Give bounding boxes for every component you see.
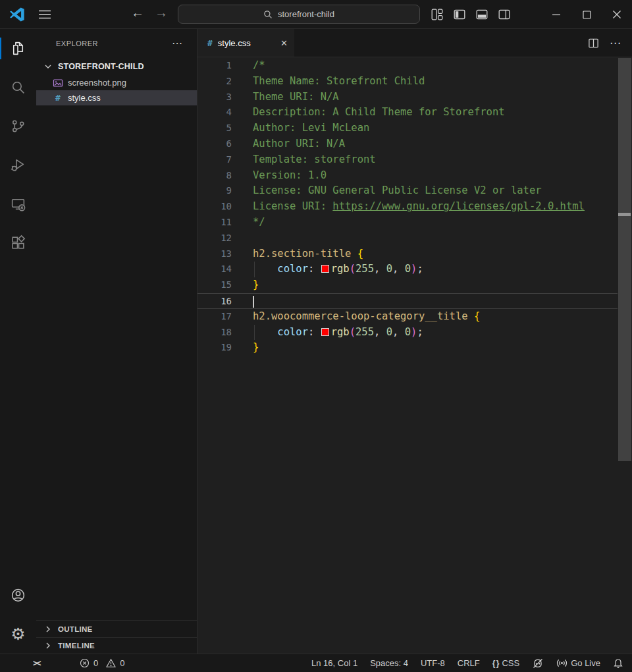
scrollbar-slider[interactable]: [618, 58, 631, 461]
tab-style-css[interactable]: # style.css ✕: [198, 29, 294, 57]
panel-label: TIMELINE: [58, 642, 95, 650]
cursor-position-status[interactable]: Ln 16, Col 1: [311, 658, 357, 668]
go-live-button[interactable]: Go Live: [556, 658, 600, 669]
code-line-11[interactable]: 11*/: [198, 215, 618, 231]
sidebar-item-run-debug[interactable]: [0, 146, 36, 184]
code-line-13[interactable]: 13h2.section-title {: [198, 246, 618, 262]
eol-status[interactable]: CRLF: [458, 658, 480, 668]
code-line-17[interactable]: 17h2.woocommerce-loop-category__title {: [198, 309, 618, 325]
code-text: Theme URI: N/A: [253, 90, 618, 105]
code-line-5[interactable]: 5Author: Levi McLean: [198, 121, 618, 136]
line-number: 10: [198, 199, 232, 215]
manage-button[interactable]: ⚙: [0, 615, 36, 654]
encoding-status[interactable]: UTF-8: [421, 658, 445, 668]
code-text: }: [253, 340, 618, 356]
notifications-bell-icon[interactable]: [613, 658, 623, 669]
code-line-19[interactable]: 19}: [198, 340, 618, 356]
chevron-right-icon: [43, 624, 53, 634]
accounts-button[interactable]: [0, 576, 36, 615]
source-control-icon: [10, 118, 26, 134]
code-token: License URI:: [253, 200, 332, 212]
line-number: 14: [198, 262, 232, 277]
text-cursor: [253, 296, 254, 308]
toggle-secondary-sidebar-icon[interactable]: [498, 9, 510, 20]
code-line-7[interactable]: 7Template: storefront: [198, 152, 618, 168]
remote-indicator[interactable]: ><: [33, 659, 40, 668]
back-arrow-icon[interactable]: ←: [129, 5, 146, 20]
forward-arrow-icon[interactable]: →: [153, 5, 170, 20]
timeline-panel-header[interactable]: TIMELINE: [36, 637, 197, 654]
code-token: Version: 1.0: [253, 169, 327, 181]
code-line-1[interactable]: 1/*: [198, 58, 618, 74]
code-line-15[interactable]: 15}: [198, 277, 618, 293]
activity-bar: ⚙: [0, 29, 36, 654]
code-lines: 1/*2Theme Name: Storefront Child3Theme U…: [198, 58, 618, 356]
code-token: {: [357, 248, 363, 260]
css-icon: #: [53, 93, 63, 103]
code-line-2[interactable]: 2Theme Name: Storefront Child: [198, 74, 618, 90]
code-line-14[interactable]: 14 color: rgb(255, 0, 0);: [198, 262, 618, 277]
sidebar-item-explorer[interactable]: [0, 29, 36, 68]
code-line-12[interactable]: 12: [198, 231, 618, 246]
search-icon: [10, 79, 26, 96]
code-token: ;: [417, 263, 423, 275]
folder-row[interactable]: STOREFRONT-CHILD: [36, 58, 197, 75]
code-token: ,: [392, 263, 405, 275]
code-token: 0: [386, 263, 392, 275]
code-token: h2.section-title: [253, 248, 351, 260]
code-line-9[interactable]: 9License: GNU General Public License V2 …: [198, 183, 618, 199]
sidebar-item-source-control[interactable]: [0, 107, 36, 146]
tab-bar: # style.css ✕ ⋯: [198, 29, 632, 57]
split-editor-icon[interactable]: [588, 38, 599, 49]
indentation-status[interactable]: Spaces: 4: [370, 658, 408, 668]
explorer-sidebar: EXPLORER ⋯ STOREFRONT-CHILD screenshot.p…: [36, 29, 198, 654]
line-number: 5: [198, 121, 232, 136]
outline-panel-header[interactable]: OUTLINE: [36, 620, 197, 637]
code-token: rgb: [331, 263, 350, 275]
code-line-18[interactable]: 18 color: rgb(255, 0, 0);: [198, 325, 618, 341]
sidebar-item-remote-explorer[interactable]: [0, 184, 36, 223]
code-text: /*: [253, 58, 618, 74]
more-actions-icon[interactable]: ⋯: [172, 38, 182, 49]
file-name: style.css: [68, 93, 101, 103]
sidebar-item-search[interactable]: [0, 68, 36, 107]
code-token: ,: [374, 263, 386, 275]
run-debug-icon: [10, 157, 26, 173]
maximize-button[interactable]: [571, 0, 602, 29]
code-editor[interactable]: 1/*2Theme Name: Storefront Child3Theme U…: [198, 57, 632, 654]
close-button[interactable]: [602, 0, 632, 29]
code-line-8[interactable]: 8Version: 1.0: [198, 168, 618, 184]
customize-layout-icon[interactable]: [431, 9, 443, 20]
editor-scrollbar[interactable]: [618, 57, 632, 654]
minimize-button[interactable]: [541, 0, 571, 29]
code-line-16[interactable]: 16: [198, 293, 618, 309]
indent-guide-line: [254, 262, 255, 277]
menu-icon[interactable]: [38, 9, 51, 20]
toggle-panel-icon[interactable]: [476, 9, 488, 20]
more-actions-icon[interactable]: ⋯: [610, 38, 621, 49]
file-row-style-css[interactable]: # style.css: [36, 90, 197, 105]
code-line-4[interactable]: 4Description: A Child Theme for Storefro…: [198, 105, 618, 121]
code-line-6[interactable]: 6Author URI: N/A: [198, 136, 618, 152]
copilot-disabled-icon[interactable]: [532, 658, 544, 669]
error-icon: [80, 658, 90, 668]
code-text: License: GNU General Public License V2 o…: [253, 183, 618, 199]
file-row-screenshot[interactable]: screenshot.png: [36, 75, 197, 90]
code-token: rgb: [331, 326, 350, 338]
code-token[interactable]: https://www.gnu.org/licenses/gpl-2.0.htm…: [332, 200, 585, 212]
indent-guide-line: [254, 325, 255, 341]
code-token: ,: [374, 326, 386, 338]
code-token: ): [411, 263, 417, 275]
code-line-3[interactable]: 3Theme URI: N/A: [198, 90, 618, 105]
folder-name: STOREFRONT-CHILD: [58, 62, 144, 71]
problems-status[interactable]: 0 0: [80, 658, 130, 668]
command-center-search[interactable]: storefront-child: [178, 5, 420, 24]
code-token: (: [350, 263, 356, 275]
sidebar-item-extensions[interactable]: [0, 223, 36, 262]
language-status[interactable]: { } CSS: [492, 658, 519, 668]
close-tab-icon[interactable]: ✕: [280, 38, 288, 48]
layout-controls: [431, 9, 510, 20]
code-token: ): [411, 326, 417, 338]
toggle-primary-sidebar-icon[interactable]: [454, 9, 465, 20]
code-line-10[interactable]: 10License URI: https://www.gnu.org/licen…: [198, 199, 618, 215]
